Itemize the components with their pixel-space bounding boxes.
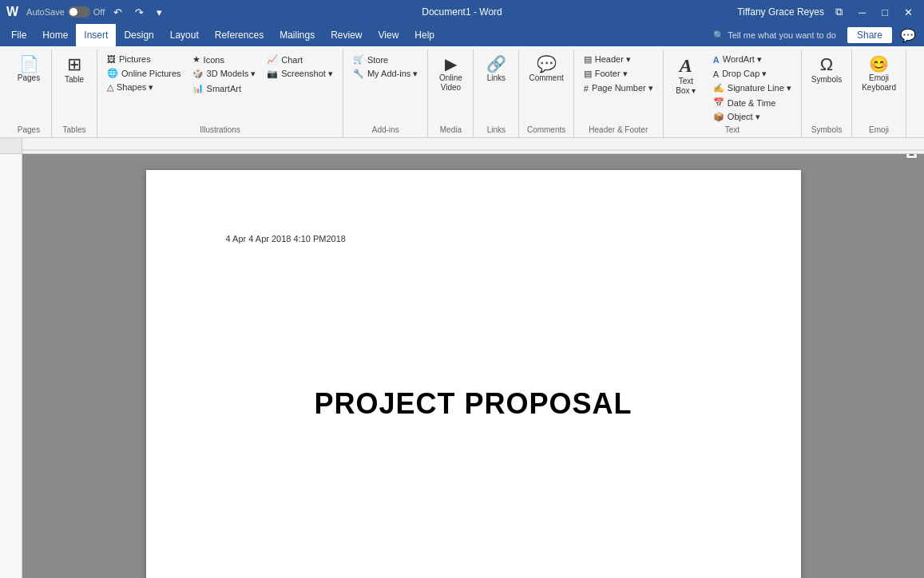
pictures-icon: 🖼 — [107, 54, 116, 64]
table-button[interactable]: ⊞ Table — [57, 53, 92, 88]
datetime-button[interactable]: 📅 Date & Time — [708, 96, 796, 109]
menu-help[interactable]: Help — [406, 24, 442, 46]
online-video-button[interactable]: ▶ OnlineVideo — [433, 53, 468, 96]
title-bar-left: W AutoSave Off ↶ ↷ ▾ — [6, 5, 166, 20]
pages-button[interactable]: 📄 Pages — [11, 53, 46, 86]
online-video-icon: ▶ — [445, 56, 457, 72]
svg-rect-1 — [22, 138, 924, 154]
symbols-group-label: Symbols — [807, 124, 847, 137]
autosave-label: AutoSave Off — [26, 6, 105, 18]
wordart-button[interactable]: A WordArt ▾ — [708, 53, 796, 66]
headerfooter-col: ▤ Header ▾ ▤ Footer ▾ # Page Number ▾ — [579, 53, 658, 95]
chart-button[interactable]: 📈 Chart — [262, 53, 338, 66]
shapes-icon: △ — [107, 82, 113, 93]
maximize-button[interactable]: □ — [877, 5, 893, 20]
document-area: 4 Apr 4 Apr 2018 4:10 PM2018 PROJECT PRO… — [22, 154, 924, 578]
dropcap-icon: A — [713, 69, 719, 79]
screenshot-button[interactable]: 📷 Screenshot ▾ — [262, 67, 338, 81]
minimize-button[interactable]: ─ — [854, 5, 870, 20]
search-icon: 🔍 — [713, 30, 724, 41]
myaddin-button[interactable]: 🔧 My Add-ins ▾ — [348, 67, 422, 81]
word-logo: W — [6, 5, 18, 19]
menu-home[interactable]: Home — [34, 24, 76, 46]
comments-button[interactable]: 💬 — [895, 24, 921, 46]
ribbon-group-media: ▶ OnlineVideo Media — [428, 49, 474, 137]
menu-layout[interactable]: Layout — [162, 24, 207, 46]
media-items: ▶ OnlineVideo — [433, 49, 468, 124]
text-items: A TextBox ▾ A WordArt ▾ A Drop Cap ▾ ✍ S… — [668, 49, 796, 124]
page-title[interactable]: PROJECT PROPOSAL — [226, 387, 721, 421]
menu-insert[interactable]: Insert — [76, 24, 116, 46]
menu-references[interactable]: References — [207, 24, 272, 46]
tell-me-search[interactable]: 🔍 Tell me what you want to do — [705, 24, 844, 46]
illustrations-group-label: Illustrations — [102, 124, 338, 137]
illustrations-col2: ★ Icons 🎲 3D Models ▾ 📊 SmartArt — [188, 53, 261, 95]
emoji-icon: 😊 — [869, 56, 889, 72]
signatureline-button[interactable]: ✍ Signature Line ▾ — [708, 81, 796, 95]
ribbon-group-symbols: Ω Symbols Symbols — [802, 49, 852, 137]
links-group-label: Links — [478, 124, 514, 137]
datetime-icon: 📅 — [713, 97, 724, 108]
emoji-group-label: Emoji — [857, 124, 901, 137]
document-title: Document1 - Word — [422, 6, 502, 18]
illustrations-col1: 🖼 Pictures 🌐 Online Pictures △ Shapes ▾ — [102, 53, 186, 94]
links-items: 🔗 Links — [478, 49, 514, 124]
close-button[interactable]: ✕ — [899, 5, 918, 20]
svg-rect-3 — [0, 154, 22, 578]
3dmodels-button[interactable]: 🎲 3D Models ▾ — [188, 67, 261, 81]
dropcap-button[interactable]: A Drop Cap ▾ — [708, 67, 796, 81]
chart-icon: 📈 — [267, 54, 278, 65]
comment-icon: 💬 — [537, 56, 557, 72]
store-icon: 🛒 — [353, 54, 364, 65]
store-button[interactable]: 🛒 Store — [348, 53, 422, 66]
header-icon: ▤ — [584, 54, 592, 65]
shapes-button[interactable]: △ Shapes ▾ — [102, 81, 186, 94]
ribbon-group-links: 🔗 Links Links — [474, 49, 519, 137]
ruler-h-svg — [22, 138, 924, 154]
smartart-button[interactable]: 📊 SmartArt — [188, 81, 261, 95]
page-number-button[interactable]: # Page Number ▾ — [579, 81, 658, 95]
textbox-button[interactable]: A TextBox ▾ — [668, 53, 704, 99]
3dmodels-icon: 🎲 — [192, 69, 204, 79]
footer-button[interactable]: ▤ Footer ▾ — [579, 67, 658, 81]
ribbon-group-illustrations: 🖼 Pictures 🌐 Online Pictures △ Shapes ▾ … — [97, 49, 343, 137]
myaddin-icon: 🔧 — [353, 69, 364, 79]
links-button[interactable]: 🔗 Links — [478, 53, 514, 86]
emoji-button[interactable]: 😊 EmojiKeyboard — [857, 53, 901, 96]
header-button[interactable]: ▤ Header ▾ — [579, 53, 658, 66]
icons-button[interactable]: ★ Icons — [188, 53, 261, 66]
headerfooter-items: ▤ Header ▾ ▤ Footer ▾ # Page Number ▾ — [579, 49, 658, 124]
online-pictures-button[interactable]: 🌐 Online Pictures — [102, 66, 186, 80]
comment-button[interactable]: 💬 Comment — [524, 53, 568, 86]
autosave-toggle[interactable] — [68, 6, 90, 18]
ruler-corner — [0, 138, 22, 154]
ribbon-group-tables: ⊞ Table Tables — [52, 49, 97, 137]
title-bar: W AutoSave Off ↶ ↷ ▾ Document1 - Word Ti… — [0, 0, 924, 24]
title-bar-right: Tiffany Grace Reyes ⧉ ─ □ ✕ — [737, 4, 918, 20]
symbols-items: Ω Symbols — [807, 49, 847, 124]
vertical-ruler — [0, 154, 22, 578]
symbols-button[interactable]: Ω Symbols — [807, 53, 847, 88]
pictures-button[interactable]: 🖼 Pictures — [102, 53, 186, 65]
tables-group-label: Tables — [57, 124, 92, 137]
redo-button[interactable]: ↷ — [131, 5, 148, 20]
main-area: 4 Apr 4 Apr 2018 4:10 PM2018 PROJECT PRO… — [0, 154, 924, 578]
menu-file[interactable]: File — [3, 24, 34, 46]
menu-review[interactable]: Review — [323, 24, 370, 46]
share-button[interactable]: Share — [847, 27, 892, 43]
pages-group-label: Pages — [11, 124, 46, 137]
undo-button[interactable]: ↶ — [109, 5, 126, 20]
menu-view[interactable]: View — [371, 24, 407, 46]
menu-design[interactable]: Design — [116, 24, 161, 46]
signatureline-icon: ✍ — [713, 83, 724, 93]
object-icon: 📦 — [713, 112, 724, 122]
menu-mailings[interactable]: Mailings — [272, 24, 323, 46]
screenshot-icon: 📷 — [267, 69, 278, 79]
object-button[interactable]: 📦 Object ▾ — [708, 110, 796, 124]
ribbon-display-button[interactable]: ⧉ — [831, 4, 847, 20]
page[interactable]: 4 Apr 4 Apr 2018 4:10 PM2018 PROJECT PRO… — [146, 170, 801, 578]
quick-access-button[interactable]: ▾ — [153, 5, 166, 20]
headerfooter-group-label: Header & Footer — [579, 124, 658, 137]
icons-icon: ★ — [192, 54, 200, 65]
search-placeholder: Tell me what you want to do — [728, 30, 836, 40]
